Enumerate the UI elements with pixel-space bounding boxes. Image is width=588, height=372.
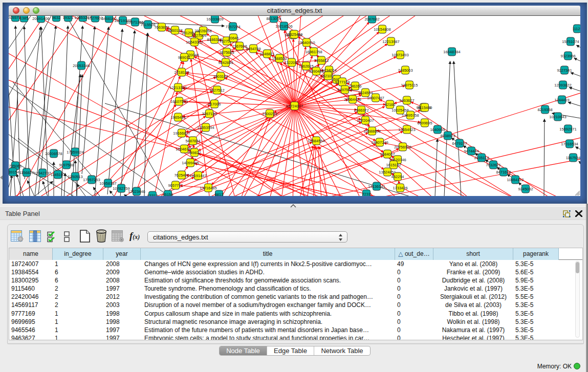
svg-text:10958187: 10958187 (99, 181, 116, 186)
svg-text:9242845: 9242845 (218, 60, 233, 65)
svg-text:17359924: 17359924 (67, 150, 83, 155)
svg-text:2367608: 2367608 (232, 44, 247, 49)
svg-text:7357224: 7357224 (225, 25, 240, 29)
svg-text:10154808: 10154808 (374, 27, 390, 32)
svg-text:13975115: 13975115 (401, 83, 418, 87)
svg-text:13716485: 13716485 (200, 186, 216, 190)
svg-text:23226058: 23226058 (194, 29, 211, 33)
svg-text:19384554: 19384554 (308, 139, 324, 143)
svg-text:1527602: 1527602 (88, 16, 102, 20)
svg-text:9427512: 9427512 (209, 88, 224, 93)
svg-text:12213383: 12213383 (169, 85, 186, 90)
svg-text:3267130: 3267130 (202, 112, 216, 116)
svg-text:10210643: 10210643 (549, 115, 566, 119)
svg-text:9777169: 9777169 (335, 80, 350, 84)
svg-text:7515526: 7515526 (140, 23, 155, 27)
svg-text:7955812: 7955812 (314, 58, 329, 63)
svg-text:12093822: 12093822 (554, 83, 571, 87)
svg-text:9323966: 9323966 (560, 54, 575, 58)
svg-text:1385: 1385 (20, 16, 29, 20)
svg-text:6479197: 6479197 (452, 141, 467, 146)
svg-text:8454749: 8454749 (246, 47, 260, 51)
svg-text:1362615: 1362615 (298, 64, 313, 69)
svg-text:9632: 9632 (52, 16, 61, 20)
svg-text:20756928: 20756928 (394, 145, 411, 149)
svg-text:10307487: 10307487 (367, 96, 384, 100)
svg-text:6497568: 6497568 (337, 87, 352, 92)
svg-text:10720407: 10720407 (357, 118, 374, 123)
svg-text:1145197: 1145197 (51, 172, 66, 177)
svg-text:1156829: 1156829 (19, 170, 34, 175)
svg-text:95154: 95154 (163, 192, 173, 196)
svg-text:83313: 83313 (147, 193, 158, 196)
svg-text:3624554: 3624554 (358, 91, 373, 95)
svg-text:1733426: 1733426 (393, 186, 407, 190)
svg-text:8471676: 8471676 (496, 170, 511, 174)
svg-text:7625402: 7625402 (174, 173, 189, 178)
svg-text:10025458: 10025458 (391, 108, 408, 113)
svg-text:2986372: 2986372 (354, 108, 368, 113)
svg-text:15640910: 15640910 (298, 40, 315, 45)
svg-text:8938923: 8938923 (440, 134, 455, 138)
svg-text:817006: 817006 (208, 102, 221, 106)
svg-text:2903144: 2903144 (213, 74, 228, 79)
svg-text:1244419: 1244419 (554, 98, 569, 102)
svg-text:7632621: 7632621 (486, 163, 500, 167)
svg-text:62160: 62160 (385, 102, 396, 107)
svg-text:10688609: 10688609 (363, 129, 380, 134)
svg-text:7663822: 7663822 (154, 25, 169, 30)
svg-text:17016534: 17016534 (561, 142, 578, 146)
svg-text:20364416: 20364416 (344, 97, 361, 102)
svg-text:8813054: 8813054 (266, 16, 281, 21)
svg-text:10973493: 10973493 (391, 53, 408, 57)
svg-text:8660123: 8660123 (167, 28, 182, 33)
svg-text:2718129: 2718129 (174, 70, 189, 75)
svg-text:2935114: 2935114 (474, 156, 489, 160)
svg-text:7485063: 7485063 (398, 68, 412, 73)
svg-text:6699695: 6699695 (417, 121, 432, 125)
svg-text:19166827: 19166827 (173, 131, 190, 136)
svg-text:12342737: 12342737 (34, 171, 51, 176)
svg-text:16033809: 16033809 (206, 17, 223, 21)
svg-text:20691406: 20691406 (32, 16, 49, 21)
svg-text:11325419: 11325419 (286, 32, 303, 37)
svg-text:9684067: 9684067 (380, 152, 395, 157)
svg-text:13654923: 13654923 (398, 127, 415, 132)
svg-text:16961758: 16961758 (305, 50, 322, 54)
svg-text:9146821: 9146821 (259, 52, 274, 56)
svg-text:452254: 452254 (391, 174, 404, 179)
svg-text:16543362: 16543362 (186, 40, 203, 45)
svg-text:1167534: 1167534 (566, 156, 580, 160)
svg-text:18724007: 18724007 (286, 104, 303, 108)
svg-text:1965498: 1965498 (170, 115, 185, 120)
svg-text:14099485: 14099485 (182, 161, 199, 165)
svg-text:15692971: 15692971 (559, 127, 576, 132)
svg-text:20053346: 20053346 (73, 63, 90, 68)
svg-text:9474444: 9474444 (464, 149, 478, 154)
svg-text:14136141: 14136141 (368, 184, 385, 189)
svg-text:14191447: 14191447 (189, 173, 206, 178)
svg-text:19321: 19321 (63, 16, 74, 20)
svg-text:1250513: 1250513 (68, 174, 82, 179)
svg-text:1640955: 1640955 (430, 127, 445, 132)
svg-text:8219358: 8219358 (537, 107, 552, 112)
svg-text:7231: 7231 (362, 192, 371, 196)
svg-text:2300233: 2300233 (262, 112, 277, 116)
svg-text:2087682: 2087682 (364, 17, 379, 21)
svg-text:9463627: 9463627 (399, 98, 414, 103)
svg-text:16107553: 16107553 (170, 99, 187, 104)
svg-text:1322037: 1322037 (284, 60, 299, 65)
svg-text:19218506: 19218506 (275, 24, 292, 29)
svg-text:5487834: 5487834 (185, 139, 200, 143)
svg-text:12023446: 12023446 (128, 189, 145, 194)
svg-text:15751074: 15751074 (562, 39, 579, 44)
svg-text:939154: 939154 (9, 170, 19, 174)
svg-text:3875685: 3875685 (219, 50, 234, 55)
svg-text:10654112: 10654112 (507, 178, 524, 182)
svg-text:9245032: 9245032 (518, 187, 533, 191)
svg-text:11125: 11125 (572, 27, 580, 31)
svg-text:949822: 949822 (188, 150, 201, 155)
svg-text:1615132: 1615132 (386, 163, 401, 167)
svg-text:989011: 989011 (178, 55, 190, 60)
svg-text:9657771: 9657771 (168, 183, 183, 188)
